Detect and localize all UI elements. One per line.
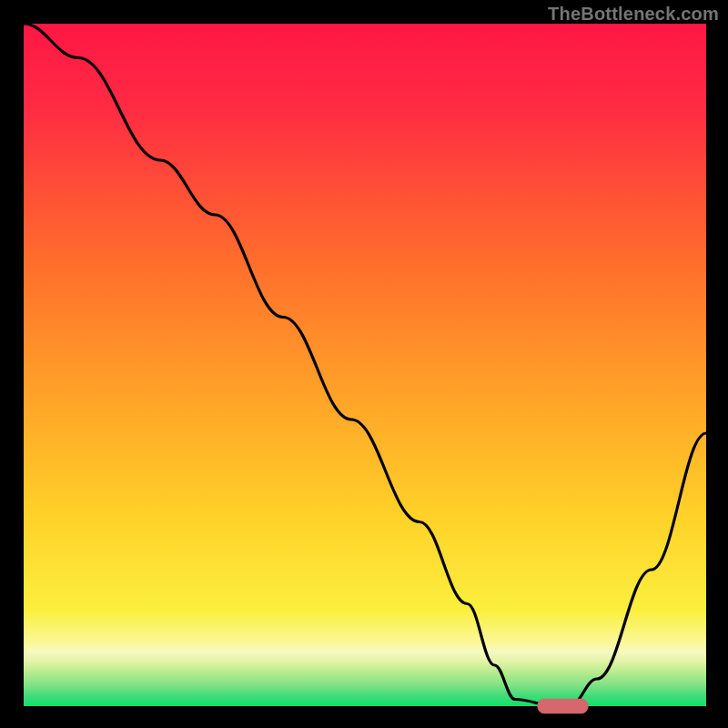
plot-area xyxy=(24,24,706,713)
gradient-bg xyxy=(24,24,706,706)
branding-label: TheBottleneck.com xyxy=(548,4,719,25)
optimum-marker xyxy=(537,699,588,714)
chart-svg xyxy=(0,0,728,728)
chart-container: TheBottleneck.com xyxy=(0,0,728,728)
